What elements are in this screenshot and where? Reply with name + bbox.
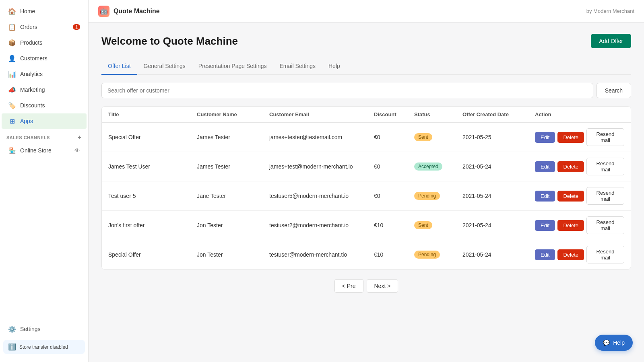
- resend-mail-button[interactable]: Resend mail: [586, 187, 624, 205]
- sidebar-item-label: Customers: [20, 55, 47, 62]
- edit-button[interactable]: Edit: [535, 220, 555, 231]
- cell-date: 2021-05-24: [462, 251, 535, 258]
- cell-discount: €10: [374, 251, 414, 258]
- store-transfer-text: Store transfer disabled: [19, 344, 68, 350]
- cell-status: Sent: [414, 133, 462, 141]
- cell-actions: Edit Delete Resend mail: [535, 246, 624, 263]
- cell-title: Special Offer: [108, 134, 197, 140]
- status-badge: Sent: [414, 133, 432, 141]
- cell-title: Test user 5: [108, 193, 197, 199]
- table-header-cell: Customer Email: [269, 111, 374, 117]
- delete-button[interactable]: Delete: [557, 249, 584, 260]
- tab-presentation-page[interactable]: Presentation Page Settings: [192, 58, 273, 75]
- sidebar-item-marketing[interactable]: 📣 Marketing: [2, 82, 87, 97]
- sidebar-item-discounts[interactable]: 🏷️ Discounts: [2, 98, 87, 113]
- sidebar-item-label: Orders: [20, 24, 37, 30]
- apps-icon: ⊞: [8, 117, 16, 125]
- help-fab-icon: 💬: [603, 339, 610, 346]
- status-badge: Pending: [414, 251, 440, 259]
- cell-title: Special Offer: [108, 251, 197, 258]
- delete-button[interactable]: Delete: [557, 132, 584, 143]
- help-fab-button[interactable]: 💬 Help: [595, 335, 633, 351]
- cell-actions: Edit Delete Resend mail: [535, 187, 624, 205]
- app-title: Quote Machine: [114, 8, 160, 15]
- edit-button[interactable]: Edit: [535, 161, 555, 172]
- cell-discount: €0: [374, 193, 414, 199]
- main-content: 🤖 Quote Machine by Modern Merchant Welco…: [89, 0, 644, 362]
- cell-status: Accepted: [414, 162, 462, 171]
- table-header: TitleCustomer NameCustomer EmailDiscount…: [102, 107, 631, 123]
- sidebar-item-apps[interactable]: ⊞ Apps: [2, 113, 87, 129]
- edit-button[interactable]: Edit: [535, 249, 555, 260]
- settings-label: Settings: [20, 326, 41, 332]
- tab-offer-list[interactable]: Offer List: [101, 58, 137, 75]
- delete-button[interactable]: Delete: [557, 220, 584, 231]
- add-sales-channel-icon[interactable]: +: [78, 134, 82, 141]
- search-input[interactable]: [101, 83, 593, 98]
- sidebar-item-label: Products: [20, 39, 42, 46]
- sidebar-item-label: Marketing: [20, 86, 45, 93]
- table-header-cell: Offer Created Date: [462, 111, 535, 117]
- cell-discount: €10: [374, 222, 414, 228]
- app-icon-emoji: 🤖: [100, 7, 108, 15]
- sidebar-item-orders[interactable]: 📋 Orders 1: [2, 19, 87, 35]
- sidebar-item-analytics[interactable]: 📊 Analytics: [2, 66, 87, 82]
- app-icon: 🤖: [98, 6, 109, 17]
- products-icon: 📦: [8, 39, 16, 47]
- store-transfer-notice: ℹ️ Store transfer disabled: [3, 340, 85, 354]
- cell-actions: Edit Delete Resend mail: [535, 216, 624, 234]
- content-area: Welcome to Quote Machine Add Offer Offer…: [89, 23, 644, 362]
- search-button[interactable]: Search: [597, 83, 631, 98]
- cell-status: Pending: [414, 192, 462, 200]
- sidebar: 🏠 Home 📋 Orders 1 📦 Products 👤 Customers…: [0, 0, 89, 362]
- cell-date: 2021-05-25: [462, 134, 535, 140]
- eye-icon[interactable]: 👁: [74, 147, 80, 154]
- help-fab-label: Help: [613, 339, 625, 346]
- sidebar-item-label: Apps: [20, 118, 33, 124]
- sidebar-item-products[interactable]: 📦 Products: [2, 35, 87, 50]
- sidebar-item-customers[interactable]: 👤 Customers: [2, 51, 87, 66]
- page-header: Welcome to Quote Machine Add Offer: [101, 34, 631, 48]
- offers-table: TitleCustomer NameCustomer EmailDiscount…: [101, 106, 631, 269]
- tab-general-settings[interactable]: General Settings: [137, 58, 192, 75]
- cell-customer-name: Jane Tester: [197, 193, 269, 199]
- badge-orders: 1: [73, 24, 80, 30]
- cell-customer-name: James Tester: [197, 134, 269, 140]
- cell-status: Pending: [414, 251, 462, 259]
- sidebar-bottom: ⚙️ Settings ℹ️ Store transfer disabled: [0, 316, 88, 362]
- resend-mail-button[interactable]: Resend mail: [586, 216, 624, 234]
- table-header-cell: Status: [414, 111, 462, 117]
- resend-mail-button[interactable]: Resend mail: [586, 158, 624, 175]
- edit-button[interactable]: Edit: [535, 191, 555, 202]
- sidebar-nav: 🏠 Home 📋 Orders 1 📦 Products 👤 Customers…: [0, 0, 88, 316]
- prev-page-button[interactable]: < Pre: [334, 279, 363, 293]
- sidebar-item-settings[interactable]: ⚙️ Settings: [2, 321, 87, 337]
- edit-button[interactable]: Edit: [535, 132, 555, 143]
- sidebar-item-home[interactable]: 🏠 Home: [2, 4, 87, 19]
- tab-help[interactable]: Help: [322, 58, 347, 75]
- status-badge: Accepted: [414, 162, 442, 171]
- table-header-cell: Customer Name: [197, 111, 269, 117]
- discounts-icon: 🏷️: [8, 101, 16, 109]
- table-row: Test user 5 Jane Tester testuser5@modern…: [102, 181, 631, 211]
- add-offer-button[interactable]: Add Offer: [591, 34, 631, 48]
- resend-mail-button[interactable]: Resend mail: [586, 128, 624, 146]
- table-header-cell: Discount: [374, 111, 414, 117]
- next-page-button[interactable]: Next >: [367, 279, 398, 293]
- resend-mail-button[interactable]: Resend mail: [586, 246, 624, 263]
- sidebar-item-label: Analytics: [20, 71, 43, 77]
- status-badge: Sent: [414, 221, 432, 229]
- table-row: Jon's first offer Jon Tester testuser2@m…: [102, 211, 631, 240]
- by-text: by Modern Merchant: [586, 8, 634, 14]
- search-bar: Search: [101, 83, 631, 98]
- analytics-icon: 📊: [8, 70, 16, 78]
- cell-email: testuser5@modern-merchant.io: [269, 193, 374, 199]
- sidebar-item-online-store[interactable]: 🏪 Online Store 👁: [2, 143, 87, 158]
- online-store-label: Online Store: [20, 147, 52, 154]
- tab-email-settings[interactable]: Email Settings: [273, 58, 322, 75]
- delete-button[interactable]: Delete: [557, 191, 584, 202]
- customers-icon: 👤: [8, 54, 16, 62]
- cell-email: james+test@modern-merchant.io: [269, 163, 374, 170]
- cell-date: 2021-05-24: [462, 222, 535, 228]
- delete-button[interactable]: Delete: [557, 161, 584, 172]
